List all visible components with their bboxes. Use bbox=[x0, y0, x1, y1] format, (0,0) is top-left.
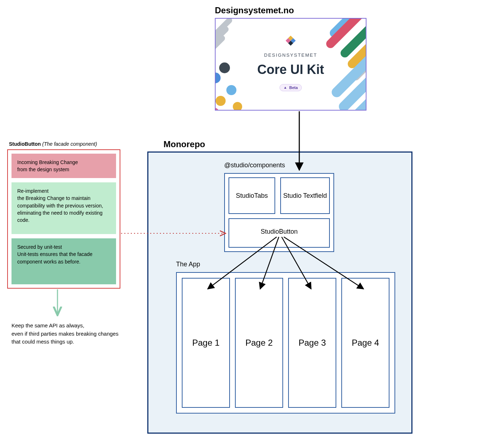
page-1-box: Page 1 bbox=[182, 278, 230, 408]
studio-button-label: StudioButton bbox=[260, 228, 297, 236]
facade-section-heading: Incoming Breaking Change bbox=[17, 159, 110, 166]
studio-tabs-box: StudioTabs bbox=[229, 177, 275, 214]
page-label: Page 3 bbox=[299, 338, 326, 348]
page-label: Page 2 bbox=[245, 338, 273, 348]
app-title: The App bbox=[176, 261, 200, 268]
facade-title-bold: StudioButton bbox=[9, 141, 41, 147]
decoration-dot bbox=[216, 96, 226, 106]
designsystemet-card: DESIGNSYSTEMET Core UI Kit ▲ Beta bbox=[215, 18, 366, 111]
decoration-dot bbox=[233, 102, 242, 111]
facade-section-unittest: Secured by unit-test Unit-tests ensures … bbox=[11, 238, 116, 284]
decoration-dot bbox=[215, 73, 221, 83]
beta-badge-icon: ▲ bbox=[283, 85, 287, 89]
designsystemet-subheading: DESIGNSYSTEMET bbox=[257, 52, 324, 58]
facade-title-italic: (The facade component) bbox=[42, 141, 97, 147]
beta-badge: ▲ Beta bbox=[280, 84, 302, 91]
monorepo-title: Monorepo bbox=[163, 139, 205, 149]
facade-section-body: Unit-tests ensures that the facade compo… bbox=[17, 251, 110, 265]
designsystemet-title: Designsystemet.no bbox=[215, 5, 294, 15]
decoration-dot bbox=[219, 62, 230, 73]
studio-components-title: @studio/components bbox=[224, 162, 285, 169]
facade-section-heading: Re-implement bbox=[17, 187, 110, 195]
facade-title: StudioButton (The facade component) bbox=[9, 141, 97, 147]
page-4-box: Page 4 bbox=[341, 278, 389, 408]
page-label: Page 4 bbox=[352, 338, 379, 348]
facade-section-reimplement: Re-implement the Breaking Change to main… bbox=[11, 182, 116, 234]
page-label: Page 1 bbox=[192, 338, 220, 348]
studio-button-box: StudioButton bbox=[229, 218, 330, 248]
page-3-box: Page 3 bbox=[288, 278, 336, 408]
studio-textfield-box: Studio Textfield bbox=[280, 177, 330, 214]
designsystemet-heading: Core UI Kit bbox=[257, 62, 324, 77]
facade-note: Keep the same API as always, even if thi… bbox=[11, 322, 123, 346]
beta-badge-text: Beta bbox=[289, 85, 298, 90]
facade-section-heading: Secured by unit-test bbox=[17, 243, 110, 251]
facade-section-breaking-change: Incoming Breaking Change from the design… bbox=[11, 154, 116, 178]
facade-section-body: from the design system bbox=[17, 166, 110, 173]
studio-tabs-label: StudioTabs bbox=[236, 192, 268, 200]
decoration-dot bbox=[215, 108, 219, 111]
designsystemet-logo-icon bbox=[286, 37, 295, 46]
studio-textfield-label: Studio Textfield bbox=[283, 192, 327, 200]
page-2-box: Page 2 bbox=[235, 278, 283, 408]
facade-section-body: the Breaking Change to maintain compatib… bbox=[17, 195, 110, 224]
decoration-dot bbox=[226, 85, 236, 95]
